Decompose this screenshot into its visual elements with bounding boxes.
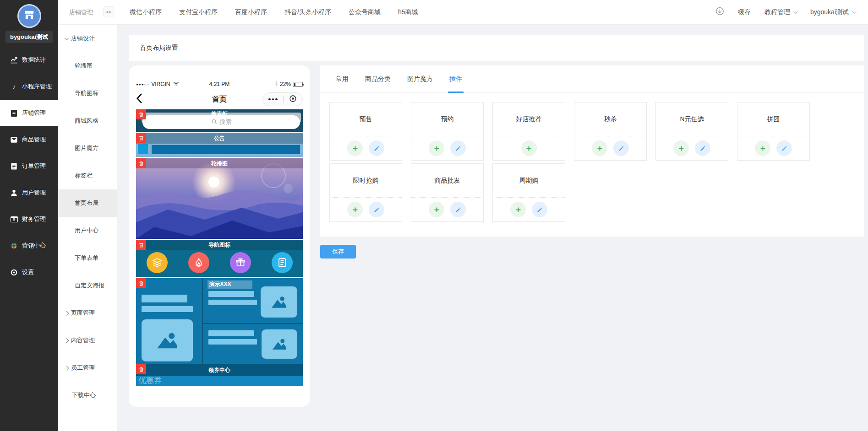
sidebar-item-shop[interactable]: 店铺管理 bbox=[0, 100, 58, 126]
section-notice[interactable]: 公告 bbox=[136, 133, 303, 157]
edit-plugin-button[interactable] bbox=[369, 140, 384, 156]
sidebar-item-label: 财务管理 bbox=[22, 215, 46, 223]
topnav-tab-official-account[interactable]: 公众号商城 bbox=[349, 8, 381, 16]
section-coupon-center[interactable]: 领券中心 优惠券 bbox=[136, 364, 303, 386]
add-plugin-button[interactable] bbox=[429, 140, 444, 156]
submenu-group-content-mgmt[interactable]: 内容管理 bbox=[58, 327, 117, 354]
account-menu[interactable]: bygoukai测试 bbox=[810, 8, 855, 16]
section-label: 演示XXX bbox=[209, 280, 231, 288]
section-search-box[interactable]: 搜索框 搜索 bbox=[136, 109, 303, 132]
document-icon[interactable] bbox=[272, 252, 293, 273]
submenu-item-custom-poster[interactable]: 自定义海报 bbox=[58, 272, 117, 299]
plugin-card-n-yuan: N元任选 bbox=[655, 102, 728, 161]
image-placeholder bbox=[142, 319, 193, 361]
submenu-item-home-layout[interactable]: 首页布局 bbox=[58, 189, 117, 217]
delete-section-icon[interactable] bbox=[136, 158, 146, 168]
add-plugin-button[interactable] bbox=[521, 140, 537, 156]
tab-plugins[interactable]: 插件 bbox=[449, 65, 462, 92]
submenu-group-staff-mgmt[interactable]: 员工管理 bbox=[58, 354, 117, 382]
phone-preview: ●●●○○ VIRGIN 4:21 PM 22% bbox=[129, 65, 310, 407]
delete-section-icon[interactable] bbox=[136, 240, 146, 250]
battery-percent: 22% bbox=[280, 81, 291, 87]
collapse-sidebar-button[interactable]: << bbox=[103, 6, 114, 17]
sidebar-item-label: 店铺管理 bbox=[22, 109, 46, 117]
brand-name: bygoukai测试 bbox=[5, 31, 53, 43]
sidebar-item-marketing[interactable]: 营销中心 bbox=[0, 232, 58, 259]
submenu-item-user-center[interactable]: 用户中心 bbox=[58, 217, 117, 244]
text-placeholder bbox=[208, 330, 254, 336]
sidebar-item-users[interactable]: 用户管理 bbox=[0, 179, 58, 206]
add-plugin-button[interactable] bbox=[429, 202, 444, 217]
user-icon bbox=[10, 189, 18, 197]
order-list-icon bbox=[10, 162, 18, 170]
sidebar-item-data-stats[interactable]: 数据统计 bbox=[0, 47, 58, 73]
add-plugin-button[interactable] bbox=[347, 140, 363, 156]
topnav-tab-alipay[interactable]: 支付宝小程序 bbox=[179, 8, 218, 16]
submenu-item-download-center[interactable]: 下载中心 bbox=[58, 382, 117, 409]
edit-plugin-button[interactable] bbox=[450, 140, 466, 156]
edit-plugin-button[interactable] bbox=[776, 140, 792, 156]
submenu-item-carousel[interactable]: 轮播图 bbox=[58, 52, 117, 80]
submenu-item-nav-icons[interactable]: 导航图标 bbox=[58, 80, 117, 107]
capsule-close-icon[interactable] bbox=[289, 95, 297, 104]
sidebar-item-miniapp[interactable]: ♪ 小程序管理 bbox=[0, 73, 58, 100]
back-icon[interactable] bbox=[136, 93, 142, 105]
section-image-cube[interactable]: 演示XXX bbox=[136, 278, 303, 364]
add-plugin-button[interactable] bbox=[755, 140, 770, 156]
tab-product-category[interactable]: 商品分类 bbox=[365, 65, 391, 92]
tab-image-cube[interactable]: 图片魔方 bbox=[407, 65, 433, 92]
add-plugin-button[interactable] bbox=[347, 202, 363, 217]
text-placeholder bbox=[142, 295, 187, 302]
edit-plugin-button[interactable] bbox=[613, 140, 629, 156]
main-column: 微信小程序 支付宝小程序 百度小程序 抖音/头条小程序 公众号商城 h5商城 缓… bbox=[117, 0, 868, 431]
primary-nav: 数据统计 ♪ 小程序管理 店铺管理 商品管理 bbox=[0, 47, 58, 286]
add-plugin-button[interactable] bbox=[673, 140, 689, 156]
miniprogram-capsule[interactable] bbox=[262, 92, 303, 106]
text-placeholder bbox=[208, 339, 257, 345]
finance-yuan-icon: ¥ bbox=[10, 216, 18, 223]
tab-common[interactable]: 常用 bbox=[336, 65, 349, 92]
more-dots-icon[interactable] bbox=[268, 98, 278, 101]
delete-section-icon[interactable] bbox=[136, 278, 146, 288]
top-navbar: 微信小程序 支付宝小程序 百度小程序 抖音/头条小程序 公众号商城 h5商城 缓… bbox=[117, 0, 868, 25]
plugin-card-presale: 预售 bbox=[329, 102, 402, 161]
gift-icon[interactable] bbox=[230, 252, 251, 273]
submenu-item-tabbar[interactable]: 标签栏 bbox=[58, 162, 117, 189]
delete-section-icon[interactable] bbox=[136, 133, 146, 143]
save-button[interactable]: 保存 bbox=[320, 245, 356, 259]
topnav-tab-h5[interactable]: h5商城 bbox=[398, 8, 418, 16]
section-nav-icons[interactable]: 导航图标 bbox=[136, 240, 303, 277]
layers-icon[interactable] bbox=[147, 252, 168, 273]
submenu-item-mall-style[interactable]: 商城风格 bbox=[58, 107, 117, 135]
edit-plugin-button[interactable] bbox=[450, 202, 466, 217]
sidebar-item-finance[interactable]: ¥ 财务管理 bbox=[0, 206, 58, 232]
topnav-tab-baidu[interactable]: 百度小程序 bbox=[235, 8, 267, 16]
topnav-right-cluster: 缓存 教程管理 bygoukai测试 bbox=[715, 7, 855, 17]
sidebar-item-goods[interactable]: 商品管理 bbox=[0, 126, 58, 153]
text-placeholder bbox=[208, 291, 254, 297]
sidebar-item-settings[interactable]: 设置 bbox=[0, 259, 58, 286]
delete-section-icon[interactable] bbox=[136, 364, 146, 374]
edit-plugin-button[interactable] bbox=[369, 202, 384, 217]
add-plugin-button[interactable] bbox=[592, 140, 607, 156]
download-icon[interactable] bbox=[715, 7, 724, 17]
work-area: ●●●○○ VIRGIN 4:21 PM 22% bbox=[129, 65, 864, 407]
bluetooth-icon bbox=[274, 81, 278, 88]
cache-button[interactable]: 缓存 bbox=[738, 8, 751, 16]
add-plugin-button[interactable] bbox=[510, 202, 526, 217]
topnav-tab-wechat[interactable]: 微信小程序 bbox=[130, 8, 162, 16]
submenu-item-order-form[interactable]: 下单表单 bbox=[58, 244, 117, 272]
chevron-down-icon bbox=[852, 9, 857, 14]
topnav-tab-douyin[interactable]: 抖音/头条小程序 bbox=[284, 8, 331, 16]
section-carousel[interactable]: 轮播图 bbox=[136, 158, 303, 239]
plugin-panel: 常用 商品分类 图片魔方 插件 预售 bbox=[320, 65, 864, 237]
submenu-item-image-cube[interactable]: 图片魔方 bbox=[58, 135, 117, 162]
edit-plugin-button[interactable] bbox=[532, 202, 547, 217]
edit-plugin-button[interactable] bbox=[695, 140, 710, 156]
tutorial-menu[interactable]: 教程管理 bbox=[764, 8, 797, 16]
submenu-group-shop-design[interactable]: 店铺设计 bbox=[58, 25, 117, 52]
submenu-group-page-mgmt[interactable]: 页面管理 bbox=[58, 299, 117, 327]
sidebar-item-orders[interactable]: 订单管理 bbox=[0, 153, 58, 179]
flame-icon[interactable] bbox=[188, 252, 209, 273]
delete-section-icon[interactable] bbox=[136, 109, 146, 119]
